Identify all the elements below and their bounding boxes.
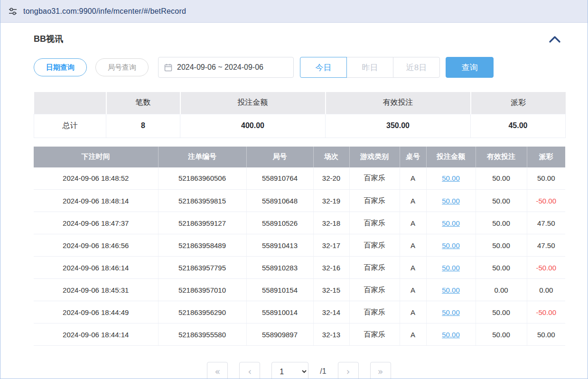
bet-amount-cell: 50.00 bbox=[426, 234, 476, 257]
header-round-id: 局号 bbox=[246, 147, 313, 167]
summary-total-count: 8 bbox=[106, 114, 180, 138]
search-button[interactable]: 查询 bbox=[446, 57, 494, 78]
bet-record-table: 下注时间 注单编号 局号 场次 游戏类别 桌号 投注金额 有效投注 派彩 202… bbox=[34, 147, 565, 346]
valid-bet-cell: 50.00 bbox=[476, 257, 527, 279]
last-page-button[interactable]: » bbox=[370, 362, 391, 379]
valid-bet-cell: 50.00 bbox=[476, 167, 527, 190]
session-cell: 32-20 bbox=[313, 167, 349, 190]
valid-bet-cell: 50.00 bbox=[476, 190, 527, 212]
bet-record-panel: BB视讯 日期查询 局号查询 2024-09-06 ~ bbox=[0, 23, 588, 379]
session-cell: 32-14 bbox=[313, 301, 349, 324]
table-id-cell: A bbox=[400, 234, 426, 257]
round-id-cell: 558910764 bbox=[246, 167, 313, 190]
order-id-cell: 521863960506 bbox=[158, 167, 246, 190]
header-bet-time: 下注时间 bbox=[34, 147, 158, 167]
payout-cell: -50.00 bbox=[527, 190, 565, 212]
table-id-cell: A bbox=[400, 212, 426, 234]
bet-time-cell: 2024-09-06 18:48:52 bbox=[34, 167, 158, 190]
next-page-button[interactable]: › bbox=[338, 362, 359, 379]
panel-header: BB视讯 bbox=[34, 29, 564, 48]
page-select[interactable]: 1 bbox=[271, 362, 308, 379]
table-row: 2024-09-06 18:47:37 521863959127 5589105… bbox=[34, 212, 565, 234]
game-type-cell: 百家乐 bbox=[349, 301, 400, 324]
game-type-cell: 百家乐 bbox=[349, 190, 400, 212]
first-page-button[interactable]: « bbox=[207, 362, 228, 379]
order-id-cell: 521863957010 bbox=[158, 279, 246, 301]
date-query-tab[interactable]: 日期查询 bbox=[34, 58, 87, 76]
table-row: 2024-09-06 18:48:52 521863960506 5589107… bbox=[34, 167, 565, 190]
header-payout: 派彩 bbox=[527, 147, 565, 167]
last-8-days-button[interactable]: 近8日 bbox=[393, 57, 440, 78]
order-id-cell: 521863959815 bbox=[158, 190, 246, 212]
payout-cell: -50.00 bbox=[527, 301, 565, 324]
valid-bet-cell: 50.00 bbox=[476, 301, 527, 324]
payout-cell: 50.00 bbox=[527, 167, 565, 190]
bet-amount-link[interactable]: 50.00 bbox=[442, 331, 460, 339]
browser-window: tongbao31.com:9900/infe/mcenter/#/betRec… bbox=[0, 0, 588, 379]
collapse-chevron-up-icon[interactable] bbox=[549, 36, 564, 43]
bet-amount-link[interactable]: 50.00 bbox=[442, 264, 460, 272]
round-query-tab[interactable]: 局号查询 bbox=[95, 58, 149, 76]
bet-amount-cell: 50.00 bbox=[426, 301, 476, 324]
game-type-cell: 百家乐 bbox=[349, 324, 400, 346]
summary-table: 笔数 投注金额 有效投注 派彩 总计 8 400.00 350.00 45.00 bbox=[34, 92, 566, 138]
round-id-cell: 558910014 bbox=[246, 301, 313, 324]
summary-total-payout: 45.00 bbox=[471, 114, 566, 138]
order-id-cell: 521863957795 bbox=[158, 257, 246, 279]
bet-amount-link[interactable]: 50.00 bbox=[442, 286, 460, 294]
bet-amount-cell: 50.00 bbox=[426, 324, 476, 346]
bet-amount-cell: 50.00 bbox=[426, 257, 476, 279]
bet-amount-cell: 50.00 bbox=[426, 190, 476, 212]
table-id-cell: A bbox=[400, 190, 426, 212]
table-row: 2024-09-06 18:46:14 521863957795 5589102… bbox=[34, 257, 565, 279]
prev-page-button[interactable]: ‹ bbox=[239, 362, 260, 379]
table-row: 2024-09-06 18:44:14 521863955580 5589098… bbox=[34, 324, 565, 346]
summary-header-valid: 有效投注 bbox=[326, 92, 471, 114]
yesterday-button[interactable]: 昨日 bbox=[346, 57, 393, 78]
game-type-cell: 百家乐 bbox=[349, 234, 400, 257]
calendar-icon bbox=[164, 64, 172, 72]
filter-toolbar: 日期查询 局号查询 2024-09-06 ~ 2024-09-06 今日 昨日 … bbox=[34, 57, 564, 78]
session-cell: 32-17 bbox=[313, 234, 349, 257]
bet-amount-link[interactable]: 50.00 bbox=[442, 241, 460, 250]
order-id-cell: 521863956290 bbox=[158, 301, 246, 324]
round-id-cell: 558910413 bbox=[246, 234, 313, 257]
round-id-cell: 558910154 bbox=[246, 279, 313, 301]
url-text[interactable]: tongbao31.com:9900/infe/mcenter/#/betRec… bbox=[23, 7, 186, 16]
valid-bet-cell: 0.00 bbox=[476, 279, 527, 301]
site-settings-icon[interactable] bbox=[8, 7, 18, 16]
session-cell: 32-16 bbox=[313, 257, 349, 279]
header-valid-bet: 有效投注 bbox=[476, 147, 527, 167]
payout-cell: -50.00 bbox=[527, 257, 565, 279]
date-range-picker[interactable]: 2024-09-06 ~ 2024-09-06 bbox=[158, 57, 294, 78]
bet-amount-cell: 50.00 bbox=[426, 212, 476, 234]
bet-time-cell: 2024-09-06 18:44:49 bbox=[34, 301, 158, 324]
summary-header-empty bbox=[34, 92, 106, 114]
order-id-cell: 521863959127 bbox=[158, 212, 246, 234]
round-id-cell: 558910526 bbox=[246, 212, 313, 234]
bet-time-cell: 2024-09-06 18:46:56 bbox=[34, 234, 158, 257]
table-row: 2024-09-06 18:45:31 521863957010 5589101… bbox=[34, 279, 565, 301]
bet-amount-link[interactable]: 50.00 bbox=[442, 174, 460, 182]
bet-amount-link[interactable]: 50.00 bbox=[442, 197, 460, 205]
table-id-cell: A bbox=[400, 257, 426, 279]
game-type-cell: 百家乐 bbox=[349, 212, 400, 234]
bet-amount-cell: 50.00 bbox=[426, 167, 476, 190]
today-button[interactable]: 今日 bbox=[300, 57, 347, 78]
bet-time-cell: 2024-09-06 18:46:14 bbox=[34, 257, 158, 279]
session-cell: 32-13 bbox=[313, 324, 349, 346]
bet-table-header-row: 下注时间 注单编号 局号 场次 游戏类别 桌号 投注金额 有效投注 派彩 bbox=[34, 147, 565, 167]
quick-date-button-group: 今日 昨日 近8日 bbox=[300, 57, 440, 78]
browser-url-bar[interactable]: tongbao31.com:9900/infe/mcenter/#/betRec… bbox=[0, 0, 588, 23]
summary-total-bet: 400.00 bbox=[180, 114, 326, 138]
bet-amount-link[interactable]: 50.00 bbox=[442, 308, 460, 316]
summary-total-row: 总计 8 400.00 350.00 45.00 bbox=[34, 114, 566, 138]
bet-amount-link[interactable]: 50.00 bbox=[442, 219, 460, 227]
payout-cell: 0.00 bbox=[527, 279, 565, 301]
bet-time-cell: 2024-09-06 18:48:14 bbox=[34, 190, 158, 212]
header-session: 场次 bbox=[313, 147, 349, 167]
summary-header-row: 笔数 投注金额 有效投注 派彩 bbox=[34, 92, 566, 114]
session-cell: 32-18 bbox=[313, 212, 349, 234]
table-row: 2024-09-06 18:44:49 521863956290 5589100… bbox=[34, 301, 565, 324]
table-id-cell: A bbox=[400, 324, 426, 346]
